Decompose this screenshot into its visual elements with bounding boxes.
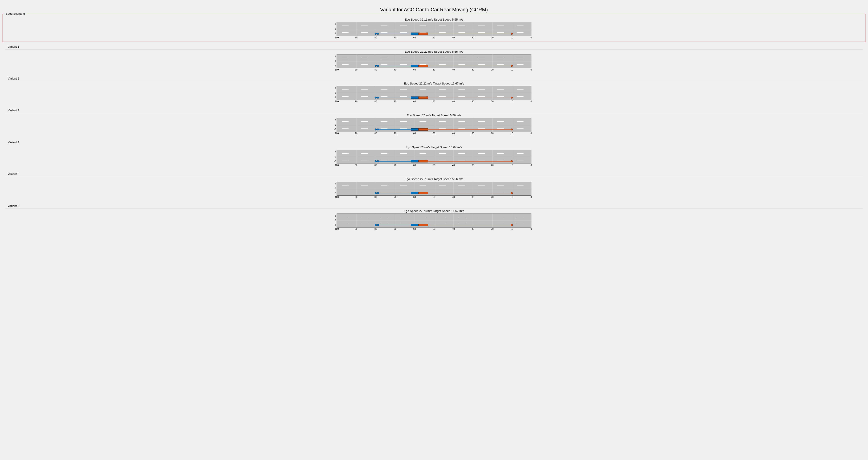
x-axis: 1009080706050403020100 <box>337 68 531 72</box>
grid-vertical <box>356 86 356 100</box>
x-tick-label: 0 <box>530 228 532 230</box>
lane-dash <box>478 90 485 90</box>
lane-dash <box>497 90 504 90</box>
x-tick-label: 10 <box>510 164 513 166</box>
lane-dash <box>517 58 524 58</box>
y-tick-label: 0 <box>331 28 336 30</box>
lane-dash <box>478 185 485 186</box>
ego-start-dot <box>375 97 377 99</box>
lane-dash <box>439 185 446 186</box>
lane-dash <box>342 192 348 192</box>
panel-title: Variant 4 <box>8 140 863 144</box>
ego-start-dot <box>375 65 377 67</box>
x-tick-label: 80 <box>374 164 377 166</box>
panels-container: Seed ScenarioEgo Speed 36.11 m/s Target … <box>2 14 866 233</box>
x-axis: 1009080706050403020100 <box>337 132 531 135</box>
x-tick-label: 20 <box>491 228 493 230</box>
target-end-dot <box>511 192 513 194</box>
target-vehicle <box>418 160 428 162</box>
lane-dash <box>400 58 407 58</box>
lane-dash <box>478 121 485 122</box>
panel-v5: Variant 5Ego Speed 27.78 m/s Target Spee… <box>2 169 866 201</box>
grid-vertical <box>473 55 473 68</box>
target-vehicle <box>418 128 428 131</box>
x-axis: 1009080706050403020100 <box>337 164 531 167</box>
panel-divider <box>5 208 863 209</box>
road-chart: 20-21009080706050403020100 <box>337 118 531 132</box>
x-tick-label: 100 <box>335 100 339 103</box>
lane-dash <box>420 153 426 154</box>
target-vehicle <box>418 33 428 35</box>
y-tick-label: 0 <box>331 60 336 62</box>
lane-dash <box>458 192 465 192</box>
lane-dash <box>517 160 524 160</box>
y-tick-label: -2 <box>331 33 336 35</box>
x-tick-label: 100 <box>335 228 339 230</box>
lane-dash <box>381 224 388 224</box>
lane-dash <box>497 192 504 192</box>
lane-dash <box>478 32 485 33</box>
lane-dash <box>381 160 388 160</box>
panel-v1: Variant 1Ego Speed 22.22 m/s Target Spee… <box>2 42 866 74</box>
lane-dash <box>361 185 368 186</box>
y-axis: 20-2 <box>331 22 336 36</box>
grid-vertical <box>492 150 493 164</box>
lane-dash <box>381 153 388 154</box>
lane-dash <box>400 153 407 154</box>
ego-start-dot <box>377 224 379 226</box>
x-tick-label: 90 <box>355 164 358 166</box>
grid-vertical <box>531 118 531 132</box>
lane-dash <box>478 153 485 154</box>
lane-dash <box>497 224 504 224</box>
x-tick-label: 0 <box>530 68 532 71</box>
panel-title: Variant 1 <box>8 44 863 48</box>
lane-dash <box>361 224 368 224</box>
lane-dash <box>342 32 348 33</box>
lane-dash <box>342 96 348 97</box>
lane-dash <box>517 217 524 217</box>
grid-vertical <box>531 86 531 100</box>
lane-dash <box>381 128 388 129</box>
x-tick-label: 60 <box>413 196 416 198</box>
y-tick-label: -2 <box>331 128 336 131</box>
chart-subtitle: Ego Speed 25 m/s Target Speed 5.56 m/s <box>5 113 863 117</box>
panel-legend: Seed Scenario <box>5 12 26 15</box>
ego-vehicle <box>411 33 418 35</box>
x-tick-label: 10 <box>510 132 513 135</box>
ego-start-dot <box>375 224 377 226</box>
y-tick-label: -2 <box>331 96 336 99</box>
lane-dash <box>458 96 465 97</box>
x-tick-label: 40 <box>452 164 455 166</box>
lane-dash <box>342 160 348 160</box>
lane-dash <box>342 58 348 58</box>
lane-dash <box>439 192 446 192</box>
lane-dash <box>517 26 524 26</box>
lane-dash <box>361 128 368 129</box>
target-trajectory-line <box>428 161 512 162</box>
grid-vertical <box>356 150 356 164</box>
lane-dash <box>400 121 407 122</box>
x-tick-label: 10 <box>510 100 513 103</box>
y-tick-label: 0 <box>331 219 336 222</box>
target-end-dot <box>511 33 513 35</box>
chart-subtitle: Ego Speed 27.78 m/s Target Speed 5.56 m/… <box>5 177 863 181</box>
target-end-dot <box>511 129 513 131</box>
lane-dash <box>517 128 524 129</box>
lane-dash <box>381 185 388 186</box>
x-tick-label: 10 <box>510 196 513 198</box>
x-tick-label: 100 <box>335 196 339 198</box>
x-tick-label: 50 <box>433 68 435 71</box>
lane-dash <box>361 96 368 97</box>
lane-dash <box>517 64 524 65</box>
x-axis: 1009080706050403020100 <box>337 227 531 231</box>
panel-v6: Variant 6Ego Speed 27.78 m/s Target Spee… <box>2 201 866 233</box>
x-tick-label: 50 <box>433 100 435 103</box>
lane-dash <box>420 121 426 122</box>
lane-dash <box>497 128 504 129</box>
grid-vertical <box>492 86 493 100</box>
ego-vehicle <box>411 160 418 162</box>
grid-vertical <box>434 22 434 36</box>
panel-divider <box>5 113 863 113</box>
lane-dash <box>439 121 446 122</box>
grid-vertical <box>531 214 531 227</box>
